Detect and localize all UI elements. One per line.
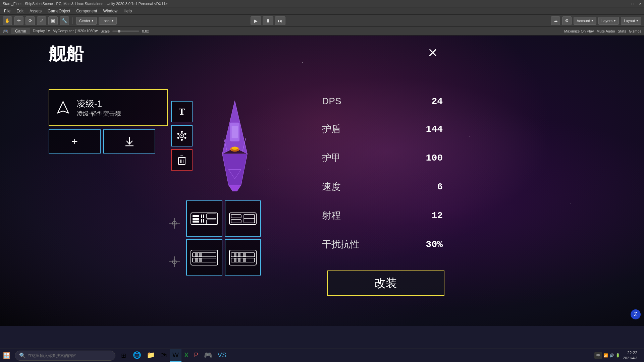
game-icon: 🎮 [3,28,8,34]
minimize-btn[interactable]: ─ [624,2,626,6]
wifi-icon: 📶 [603,353,608,358]
svg-rect-54 [199,258,202,262]
taskbar-store[interactable]: 🛍 [158,349,170,362]
menu-window[interactable]: Window [100,8,120,14]
settings-button[interactable] [171,125,193,146]
step-button[interactable]: ⏭ [275,16,285,25]
ship-type: 凌级-轻型突击舰 [77,110,121,118]
close-window-btn[interactable]: × [639,2,641,6]
taskbar-word[interactable]: W [170,349,181,362]
search-input[interactable] [28,353,102,358]
gizmos-btn[interactable]: Gizmos [629,29,641,33]
svg-rect-39 [207,220,216,225]
search-bar[interactable]: 🔍 [15,351,115,361]
svg-rect-36 [201,219,202,223]
menu-help[interactable]: Help [121,8,135,14]
type-icon: T [179,106,185,117]
menu-bar: File Edit Assets GameObject Component Wi… [0,7,644,15]
notification-icon: Z [631,309,641,319]
weapon-slot-2-icon [228,208,258,230]
add-ship-button[interactable]: + [49,129,101,154]
svg-marker-10 [58,102,68,113]
toolbar-sep1 [72,17,73,24]
resolution-selector[interactable]: MyComputer (644×362)▾ [53,29,98,33]
toolbar-right: ☁ ⚙ Account ▾ Layers ▾ Layout ▾ [551,16,641,25]
svg-rect-4 [232,126,238,138]
toolbar-rect[interactable]: ▣ [48,16,58,25]
delete-icon [176,154,188,166]
taskbar-powerpoint[interactable]: P [191,349,201,362]
ship-name-group: 凌级-1 凌级-轻型突击舰 [77,98,121,118]
weapon-slot-4[interactable] [225,239,261,276]
svg-rect-38 [207,214,216,219]
toolbar-move[interactable]: ✛ [14,16,23,25]
taskbar-vscode[interactable]: VS [215,349,229,362]
space-nebula [0,36,644,326]
svg-rect-42 [231,220,241,223]
pause-button[interactable]: ⏸ [263,16,273,25]
svg-rect-31 [193,215,199,217]
svg-rect-59 [238,253,240,257]
weapon-slot-3[interactable] [186,239,222,276]
maximize-on-play-btn[interactable]: Maximize On Play [564,29,594,33]
task-view-button[interactable]: ⊞ [117,350,129,362]
star [302,62,303,63]
stats-btn[interactable]: Stats [618,29,626,33]
play-button[interactable]: ▶ [251,16,261,25]
layout-dropdown[interactable]: Layout ▾ [621,17,641,25]
account-dropdown[interactable]: Account ▾ [574,17,596,25]
scale-value: 0.8x [142,29,149,33]
star [117,76,118,76]
svg-rect-51 [195,253,198,257]
start-button[interactable]: 🪟 [1,350,13,362]
input-method[interactable]: 中 [594,352,602,359]
layers-dropdown[interactable]: Layers ▾ [598,17,619,25]
modify-button[interactable]: 改装 [327,270,444,296]
cloud-icon[interactable]: ☁ [551,16,560,25]
type-button[interactable]: T [171,101,193,122]
svg-rect-53 [195,258,198,262]
settings-icon[interactable]: ⚙ [562,16,572,25]
weapon-slot-2[interactable] [225,200,261,237]
toolbar-pivot[interactable]: Center ▾ [76,17,97,25]
close-button[interactable]: × [423,42,443,62]
taskbar-unity[interactable]: 🎮 [201,349,215,362]
game-bar-right: Maximize On Play Mute Audio Stats Gizmos [564,29,641,33]
toolbar-space[interactable]: Local ▾ [99,17,117,25]
taskbar: 🪟 🔍 ⊞ 🌐 📁 🛍 W X P 🎮 VS 中 📶 🔊 🔋 22:22 202… [0,349,644,362]
svg-point-15 [181,131,183,133]
menu-gameobject[interactable]: GameObject [45,8,73,14]
title-bar: Stars_Fleet - ShipSelectScene - PC, Mac … [0,0,644,7]
star [570,203,571,203]
toolbar-scale[interactable]: ⤢ [37,16,46,25]
taskbar-excel[interactable]: X [181,349,191,362]
weapon-slot-1[interactable] [186,200,222,237]
ship-svg [201,98,268,191]
ship-display [184,86,285,203]
svg-rect-34 [201,215,202,218]
menu-component[interactable]: Component [73,8,100,14]
scale-slider[interactable] [112,31,139,32]
game-tab[interactable]: Game [11,28,30,34]
menu-edit[interactable]: Edit [14,8,26,14]
show-desktop-btn[interactable] [640,351,641,361]
toolbar-transform[interactable]: 🔧 [60,16,69,25]
settings-icon [176,130,188,142]
svg-rect-61 [234,258,236,262]
toolbar: ✋ ✛ ⟳ ⤢ ▣ 🔧 Center ▾ Local ▾ ▶ ⏸ ⏭ ☁ ⚙ A… [0,15,644,27]
download-button[interactable] [103,129,155,154]
display-selector[interactable]: Display 1▾ [33,29,50,33]
search-icon: 🔍 [19,352,26,359]
toolbar-hand[interactable]: ✋ [3,16,12,25]
menu-file[interactable]: File [1,8,13,14]
game-viewport: 舰船 × 凌级-1 凌级-轻型突击舰 + T [0,36,644,326]
ship-card[interactable]: 凌级-1 凌级-轻型突击舰 [49,89,168,126]
maximize-btn[interactable]: □ [632,2,634,6]
taskbar-explorer[interactable]: 📁 [144,349,158,362]
mute-audio-btn[interactable]: Mute Audio [597,29,615,33]
taskbar-chrome[interactable]: 🌐 [130,349,144,362]
delete-button[interactable] [171,149,193,171]
taskbar-clock[interactable]: 22:22 2021/4/3 [623,351,637,361]
toolbar-rotate[interactable]: ⟳ [25,16,35,25]
menu-assets[interactable]: Assets [27,8,44,14]
